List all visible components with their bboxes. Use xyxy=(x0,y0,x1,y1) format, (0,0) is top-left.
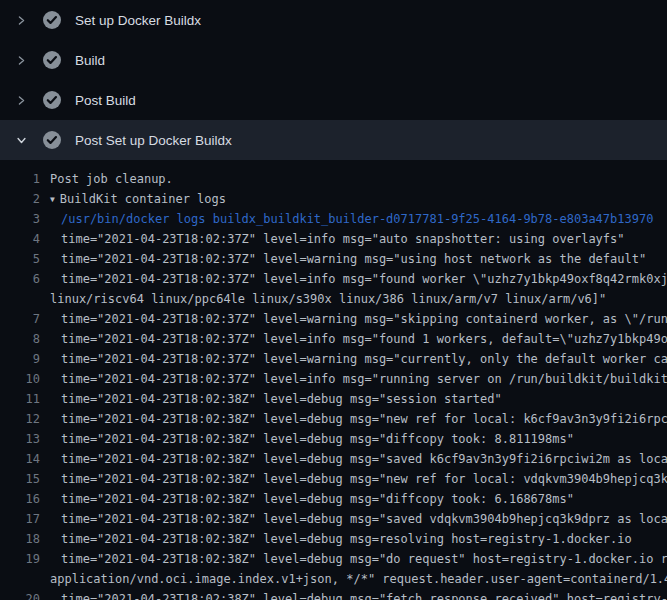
log-line: 14time="2021-04-23T18:02:38Z" level=debu… xyxy=(0,449,667,469)
log-line-continuation: application/vnd.oci.image.index.v1+json,… xyxy=(0,569,667,589)
step-row-post-set-up-docker-buildx[interactable]: Post Set up Docker Buildx xyxy=(0,120,667,160)
log-line: 11time="2021-04-23T18:02:38Z" level=debu… xyxy=(0,389,667,409)
log-line: 18time="2021-04-23T18:02:38Z" level=debu… xyxy=(0,529,667,549)
log-line-number[interactable]: 19 xyxy=(0,549,40,569)
log-line: 10time="2021-04-23T18:02:37Z" level=info… xyxy=(0,369,667,389)
log-line-number[interactable]: 11 xyxy=(0,389,40,409)
log-line-continuation: linux/riscv64 linux/ppc64le linux/s390x … xyxy=(0,289,667,309)
log-line-number[interactable]: 15 xyxy=(0,469,40,489)
chevron-right-icon[interactable] xyxy=(13,12,29,28)
log-line: 15time="2021-04-23T18:02:38Z" level=debu… xyxy=(0,469,667,489)
log-text: time="2021-04-23T18:02:38Z" level=debug … xyxy=(61,589,667,600)
log-text: time="2021-04-23T18:02:37Z" level=info m… xyxy=(61,369,667,389)
log-text[interactable]: ▼BuildKit container logs xyxy=(50,189,226,209)
check-circle-icon xyxy=(42,50,62,70)
log-text: time="2021-04-23T18:02:37Z" level=warnin… xyxy=(61,249,646,269)
log-line: 7time="2021-04-23T18:02:37Z" level=warni… xyxy=(0,309,667,329)
step-label: Post Build xyxy=(75,93,136,108)
log-text: time="2021-04-23T18:02:38Z" level=debug … xyxy=(61,529,632,549)
log-command-text: /usr/bin/docker logs buildx_buildkit_bui… xyxy=(61,209,653,229)
log-line-number[interactable]: 5 xyxy=(0,249,40,269)
log-text: time="2021-04-23T18:02:38Z" level=debug … xyxy=(61,489,574,509)
log-line-number[interactable]: 16 xyxy=(0,489,40,509)
log-text: time="2021-04-23T18:02:38Z" level=debug … xyxy=(61,549,667,569)
log-line: 17time="2021-04-23T18:02:38Z" level=debu… xyxy=(0,509,667,529)
chevron-right-icon[interactable] xyxy=(13,92,29,108)
log-group-label[interactable]: BuildKit container logs xyxy=(60,192,226,206)
chevron-down-icon[interactable] xyxy=(13,132,29,148)
log-line-number[interactable]: 8 xyxy=(0,329,40,349)
log-line-number[interactable]: 13 xyxy=(0,429,40,449)
log-line-number[interactable]: 20 xyxy=(0,589,40,600)
log-line-number[interactable]: 14 xyxy=(0,449,40,469)
log-text: time="2021-04-23T18:02:38Z" level=debug … xyxy=(61,449,667,469)
step-label: Set up Docker Buildx xyxy=(75,13,201,28)
log-line: 6time="2021-04-23T18:02:37Z" level=info … xyxy=(0,269,667,289)
log-line-number[interactable]: 10 xyxy=(0,369,40,389)
log-text: time="2021-04-23T18:02:37Z" level=warnin… xyxy=(61,349,667,369)
log-line: 19time="2021-04-23T18:02:38Z" level=debu… xyxy=(0,549,667,569)
log-line-number[interactable]: 12 xyxy=(0,409,40,429)
log-line-number[interactable]: 1 xyxy=(0,169,40,189)
log-line-number[interactable]: 3 xyxy=(0,209,40,229)
log-line: 2▼BuildKit container logs xyxy=(0,189,667,209)
steps-list: Set up Docker BuildxBuildPost BuildPost … xyxy=(0,0,667,160)
log-line-number[interactable]: 18 xyxy=(0,529,40,549)
chevron-right-icon[interactable] xyxy=(13,52,29,68)
log-line-number[interactable]: 17 xyxy=(0,509,40,529)
log-line-number[interactable]: 2 xyxy=(0,189,40,209)
log-line: 4time="2021-04-23T18:02:37Z" level=info … xyxy=(0,229,667,249)
check-circle-icon xyxy=(42,90,62,110)
log-text: time="2021-04-23T18:02:38Z" level=debug … xyxy=(61,409,667,429)
step-label: Post Set up Docker Buildx xyxy=(75,133,232,148)
log-text: time="2021-04-23T18:02:38Z" level=debug … xyxy=(61,509,667,529)
log-line: 3/usr/bin/docker logs buildx_buildkit_bu… xyxy=(0,209,667,229)
log-line-number[interactable]: 9 xyxy=(0,349,40,369)
log-line: 13time="2021-04-23T18:02:38Z" level=debu… xyxy=(0,429,667,449)
log-line-number xyxy=(0,569,40,589)
step-row-set-up-docker-buildx[interactable]: Set up Docker Buildx xyxy=(0,0,667,40)
log-line-number xyxy=(0,289,40,309)
check-circle-icon xyxy=(42,10,62,30)
log-text: time="2021-04-23T18:02:37Z" level=warnin… xyxy=(61,309,667,329)
step-row-build[interactable]: Build xyxy=(0,40,667,80)
log-text: time="2021-04-23T18:02:38Z" level=debug … xyxy=(61,429,574,449)
step-label: Build xyxy=(75,53,105,68)
log-line-number[interactable]: 4 xyxy=(0,229,40,249)
workflow-log-viewer: Set up Docker BuildxBuildPost BuildPost … xyxy=(0,0,667,600)
log-text: time="2021-04-23T18:02:38Z" level=debug … xyxy=(61,469,667,489)
check-circle-icon xyxy=(42,130,62,150)
log-line: 20time="2021-04-23T18:02:38Z" level=debu… xyxy=(0,589,667,600)
log-text: time="2021-04-23T18:02:38Z" level=debug … xyxy=(61,389,502,409)
triangle-down-icon[interactable]: ▼ xyxy=(50,190,55,209)
log-line: 5time="2021-04-23T18:02:37Z" level=warni… xyxy=(0,249,667,269)
log-line: 1Post job cleanup. xyxy=(0,169,667,189)
log-area: 1Post job cleanup.2▼BuildKit container l… xyxy=(0,160,667,600)
log-line-number[interactable]: 7 xyxy=(0,309,40,329)
log-text: time="2021-04-23T18:02:37Z" level=info m… xyxy=(61,229,625,249)
log-text: application/vnd.oci.image.index.v1+json,… xyxy=(50,569,667,589)
log-text: time="2021-04-23T18:02:37Z" level=info m… xyxy=(61,329,667,349)
log-line: 9time="2021-04-23T18:02:37Z" level=warni… xyxy=(0,349,667,369)
log-text: linux/riscv64 linux/ppc64le linux/s390x … xyxy=(50,289,606,309)
log-line: 16time="2021-04-23T18:02:38Z" level=debu… xyxy=(0,489,667,509)
log-line: 8time="2021-04-23T18:02:37Z" level=info … xyxy=(0,329,667,349)
log-line: 12time="2021-04-23T18:02:38Z" level=debu… xyxy=(0,409,667,429)
log-line-number[interactable]: 6 xyxy=(0,269,40,289)
log-text: time="2021-04-23T18:02:37Z" level=info m… xyxy=(61,269,667,289)
step-row-post-build[interactable]: Post Build xyxy=(0,80,667,120)
log-text: Post job cleanup. xyxy=(50,169,173,189)
